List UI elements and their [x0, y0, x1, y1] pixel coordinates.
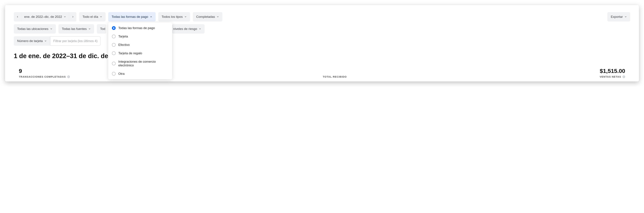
- card-filter-row: Número de tarjeta: [14, 36, 630, 46]
- locations-filter-button[interactable]: Todas las ubicaciones: [14, 24, 56, 34]
- payment-method-label: Todas las formas de pago: [112, 15, 148, 19]
- stat-received-label: TOTAL RECIBIDO: [323, 75, 347, 78]
- radio-icon: [112, 26, 116, 30]
- page-title: 1 de ene. de 2022–31 de dic. de: [14, 52, 630, 60]
- payment-option-ecommerce[interactable]: Integraciones de comercio electrónico: [108, 58, 172, 70]
- payment-method-button[interactable]: Todas las formas de pago: [108, 12, 156, 22]
- risk-filter-label: niveles de riesgo: [173, 27, 197, 31]
- card-number-input[interactable]: [50, 36, 100, 46]
- time-filter-button[interactable]: Todo el día: [79, 12, 106, 22]
- export-label: Exportar: [611, 15, 623, 19]
- obscured-filter-button[interactable]: Tod: [97, 24, 106, 34]
- chevron-down-icon: [44, 40, 47, 42]
- payment-option-cash[interactable]: Efectivo: [108, 41, 172, 49]
- stat-completed-label: TRANSACCIONES COMPLETADAS i: [19, 75, 70, 78]
- payment-option-label: Tarjeta: [118, 34, 128, 38]
- radio-icon: [112, 62, 116, 65]
- chevron-left-icon: [16, 16, 19, 18]
- radio-icon: [112, 72, 116, 76]
- payment-option-other[interactable]: Otra: [108, 70, 172, 78]
- info-icon[interactable]: i: [622, 76, 625, 78]
- date-range-button[interactable]: ene. de 2022–dic. de 2022: [21, 12, 69, 22]
- stat-net: $1,515.00 VENTAS NETAS i: [600, 68, 625, 78]
- sources-filter-button[interactable]: Todas las fuentes: [58, 24, 94, 34]
- card-number-filter-button[interactable]: Número de tarjeta: [14, 36, 50, 46]
- date-next-button[interactable]: [69, 12, 76, 22]
- chevron-up-icon: [150, 16, 152, 18]
- radio-icon: [112, 34, 116, 38]
- transactions-panel: ene. de 2022–dic. de 2022 Todo el día To…: [5, 5, 639, 82]
- payment-option-all[interactable]: Todas las formas de pago: [108, 24, 172, 32]
- time-filter-label: Todo el día: [82, 15, 98, 19]
- stat-net-label: VENTAS NETAS i: [600, 75, 625, 78]
- chevron-down-icon: [100, 16, 102, 18]
- payment-option-label: Integraciones de comercio electrónico: [118, 60, 168, 67]
- locations-filter-label: Todas las ubicaciones: [17, 27, 48, 31]
- chevron-down-icon: [50, 28, 52, 30]
- chevron-down-icon: [624, 16, 627, 18]
- filter-row-1: ene. de 2022–dic. de 2022 Todo el día To…: [14, 12, 630, 22]
- payment-option-giftcard[interactable]: Tarjeta de regalo: [108, 49, 172, 58]
- obscured-filter-label: Tod: [100, 27, 105, 31]
- sources-filter-label: Todas las fuentes: [62, 27, 87, 31]
- chevron-down-icon: [88, 28, 91, 30]
- chevron-down-icon: [217, 16, 219, 18]
- radio-icon: [112, 43, 116, 47]
- payment-method-filter: Todas las formas de pago Todas las forma…: [108, 12, 156, 22]
- card-number-filter-label: Número de tarjeta: [17, 39, 43, 43]
- stat-received: TOTAL RECIBIDO: [323, 75, 347, 78]
- stat-net-value: $1,515.00: [600, 68, 625, 74]
- chevron-down-icon: [184, 16, 187, 18]
- payment-option-label: Tarjeta de regalo: [118, 52, 142, 55]
- export-button[interactable]: Exportar: [607, 12, 630, 22]
- status-filter-label: Completadas: [196, 15, 215, 19]
- status-filter-button[interactable]: Completadas: [193, 12, 222, 22]
- chevron-down-icon: [199, 28, 201, 30]
- stat-completed-value: 9: [19, 68, 70, 74]
- stat-completed: 9 TRANSACCIONES COMPLETADAS i: [19, 68, 70, 78]
- stats-row: 9 TRANSACCIONES COMPLETADAS i TOTAL RECI…: [14, 68, 630, 78]
- payment-option-label: Otra: [118, 72, 124, 76]
- payment-method-dropdown: Todas las formas de pago Tarjeta Efectiv…: [108, 22, 172, 79]
- payment-option-label: Todas las formas de pago: [118, 26, 155, 30]
- info-icon[interactable]: i: [67, 76, 70, 78]
- date-range-picker: ene. de 2022–dic. de 2022: [14, 12, 76, 22]
- chevron-down-icon: [64, 16, 66, 18]
- date-prev-button[interactable]: [14, 12, 21, 22]
- chevron-right-icon: [72, 16, 74, 18]
- filter-row-2: Todas las ubicaciones Todas las fuentes …: [14, 24, 630, 34]
- payment-option-card[interactable]: Tarjeta: [108, 32, 172, 41]
- types-filter-button[interactable]: Todos los tipos: [158, 12, 190, 22]
- date-range-label: ene. de 2022–dic. de 2022: [24, 15, 62, 19]
- risk-filter-button[interactable]: niveles de riesgo: [172, 24, 204, 34]
- radio-icon: [112, 52, 116, 55]
- payment-option-label: Efectivo: [118, 43, 130, 47]
- types-filter-label: Todos los tipos: [162, 15, 183, 19]
